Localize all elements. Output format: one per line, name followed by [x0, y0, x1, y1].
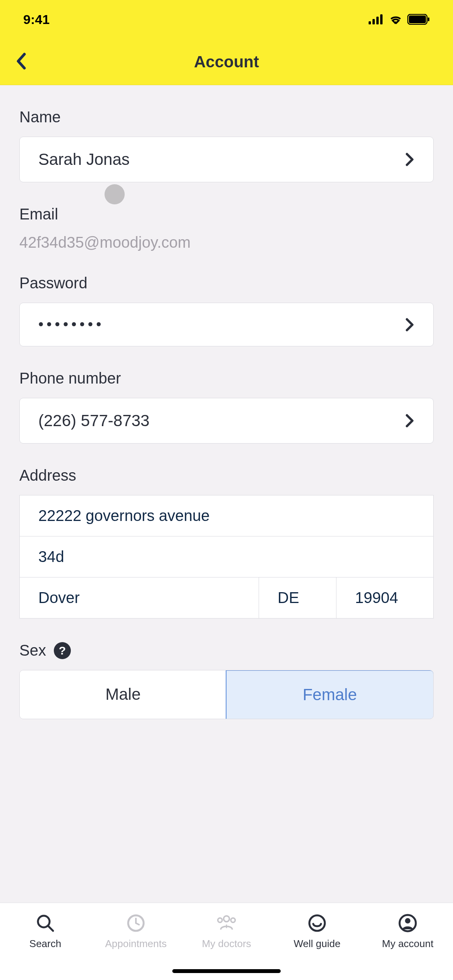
address-box: 22222 governors avenue 34d Dover DE 1990…	[19, 495, 434, 618]
nav-label: Well guide	[294, 938, 341, 950]
phone-field[interactable]: (226) 577-8733	[19, 398, 434, 444]
svg-point-14	[231, 918, 235, 922]
password-field[interactable]: ••••••••	[19, 303, 434, 346]
svg-rect-0	[369, 21, 371, 24]
svg-line-8	[48, 926, 53, 931]
nav-appointments[interactable]: Appointments	[91, 912, 181, 950]
nav-label: Search	[29, 938, 61, 950]
address-group: 22222 governors avenue 34d Dover DE 1990…	[19, 495, 434, 618]
header: Account	[0, 39, 453, 85]
nav-label: My doctors	[202, 938, 251, 950]
cellular-icon	[369, 14, 384, 24]
name-value: Sarah Jonas	[38, 150, 130, 169]
bottom-nav: Search Appointments My doctors Well guid…	[0, 903, 453, 980]
sex-option-female[interactable]: Female	[226, 670, 434, 719]
account-icon	[397, 912, 419, 934]
svg-point-19	[405, 918, 410, 923]
chevron-right-icon	[405, 318, 415, 332]
nav-myaccount[interactable]: My account	[362, 912, 453, 950]
chevron-left-icon	[15, 53, 27, 70]
name-field[interactable]: Sarah Jonas	[19, 137, 434, 182]
phone-value: (226) 577-8733	[38, 411, 149, 430]
svg-rect-3	[380, 14, 383, 24]
email-value: 42f34d35@moodjoy.com	[19, 234, 434, 251]
address-city-state-zip: Dover DE 19904	[20, 577, 433, 618]
battery-icon	[407, 14, 430, 25]
svg-rect-6	[428, 17, 429, 21]
sex-label: Sex	[19, 642, 46, 659]
back-button[interactable]	[15, 53, 27, 71]
sex-option-male[interactable]: Male	[20, 670, 226, 719]
help-icon[interactable]: ?	[54, 642, 71, 659]
chevron-right-icon	[405, 414, 415, 428]
status-bar: 9:41	[0, 0, 453, 39]
name-label: Name	[19, 108, 434, 126]
doctors-icon	[216, 912, 237, 934]
nav-search[interactable]: Search	[0, 912, 91, 950]
svg-line-11	[136, 923, 139, 925]
password-value: ••••••••	[38, 316, 104, 333]
clock-icon	[125, 912, 147, 934]
svg-point-12	[224, 916, 230, 922]
nav-mydoctors[interactable]: My doctors	[181, 912, 272, 950]
touch-indicator	[105, 184, 125, 204]
search-icon	[34, 912, 56, 934]
email-section: Email 42f34d35@moodjoy.com	[19, 206, 434, 251]
home-indicator[interactable]	[172, 969, 281, 973]
address-city-input[interactable]: Dover	[20, 577, 259, 618]
page-title: Account	[0, 53, 453, 71]
address-line1-input[interactable]: 22222 governors avenue	[20, 495, 433, 536]
nav-label: Appointments	[105, 938, 167, 950]
address-zip-input[interactable]: 19904	[336, 577, 433, 618]
svg-point-17	[309, 915, 325, 931]
password-label: Password	[19, 274, 434, 292]
wifi-icon	[389, 14, 403, 24]
chevron-right-icon	[405, 152, 415, 166]
address-state-input[interactable]: DE	[259, 577, 336, 618]
email-label: Email	[19, 206, 434, 223]
phone-label: Phone number	[19, 370, 434, 387]
svg-point-13	[218, 918, 222, 922]
smile-icon	[306, 912, 328, 934]
svg-rect-1	[372, 19, 375, 24]
nav-wellguide[interactable]: Well guide	[272, 912, 362, 950]
svg-rect-5	[409, 15, 426, 23]
sex-toggle: Male Female	[19, 670, 434, 719]
svg-rect-2	[376, 17, 379, 24]
address-line2-input[interactable]: 34d	[20, 536, 433, 577]
nav-label: My account	[382, 938, 434, 950]
status-icons	[369, 14, 430, 25]
status-time: 9:41	[23, 12, 50, 27]
address-label: Address	[19, 467, 434, 484]
sex-label-row: Sex ?	[19, 642, 434, 659]
content: Name Sarah Jonas Email 42f34d35@moodjoy.…	[0, 85, 453, 797]
